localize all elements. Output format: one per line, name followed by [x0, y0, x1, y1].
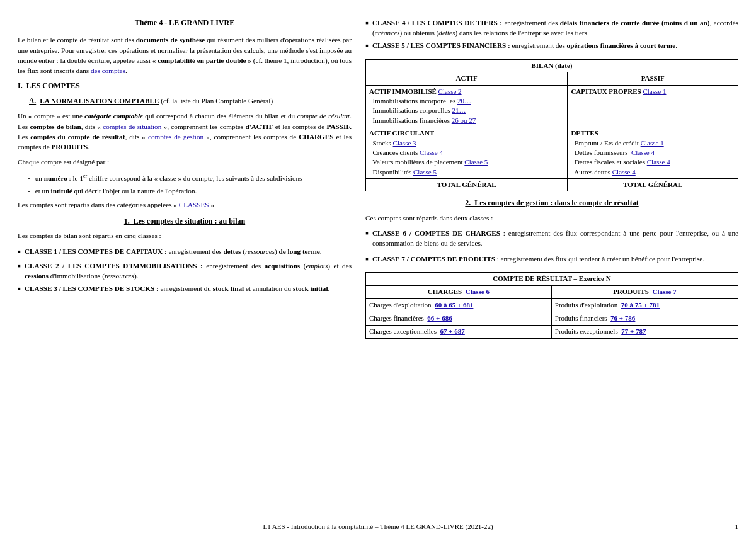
autres-dettes-row: Autres dettes Classe 4 — [571, 168, 635, 176]
situation-intro: Les comptes de bilan sont répartis en ci… — [18, 230, 352, 241]
classes-para: Les comptes sont répartis dans des catég… — [18, 200, 352, 210]
produits-class: Classe 7 — [652, 288, 676, 295]
classe5-text: CLASSE 5 / LES COMPTES FINANCIERS : enre… — [372, 40, 677, 52]
classe3-item: ▪ CLASSE 3 / LES COMPTES DE STOCKS : enr… — [18, 283, 352, 295]
comptes-gestion-link[interactable]: comptes de gestion — [148, 133, 203, 140]
classes-link[interactable]: CLASSES — [179, 201, 209, 208]
sub-a-desc: (cf. la liste du Plan Comptable Général) — [161, 97, 273, 105]
compte-para: Un « compte » est une catégorie comptabl… — [18, 111, 352, 152]
charges-fin-label: Charges financières — [369, 314, 424, 322]
classe1-text: CLASSE 1 / LES COMPTES DE CAPITAUX : enr… — [25, 246, 322, 258]
compte-designe-para: Chaque compte est désigné par : — [18, 157, 352, 167]
bullet-5: ▪ — [365, 40, 369, 52]
classe5-item: ▪ CLASSE 5 / LES COMPTES FINANCIERS : en… — [365, 40, 738, 52]
section-i-title: LES COMPTES — [26, 81, 80, 91]
charges-fin-cell: Charges financières 66 + 686 — [366, 312, 552, 325]
bilan-passif-header: PASSIF — [568, 72, 738, 85]
section2-heading: 2. Les comptes de gestion : dans le comp… — [365, 198, 738, 208]
intro-bold1: documents de synthèse — [136, 36, 205, 43]
content-area: Thème 4 - LE GRAND LIVRE Le bilan et le … — [0, 0, 756, 513]
sub-a-label: A. — [29, 96, 36, 106]
classe6-text: CLASSE 6 / COMPTES DE CHARGES : enregist… — [372, 228, 738, 248]
classe2-item: ▪ CLASSE 2 / LES COMPTES D'IMMOBILISATIO… — [18, 261, 352, 281]
produits-fin-num: 76 + 786 — [610, 314, 635, 322]
right-column: ▪ CLASSE 4 / LES COMPTES DE TIERS : enre… — [365, 18, 738, 513]
dispo-row: Disponibilités Classe 5 — [369, 168, 437, 176]
classe4-text: CLASSE 4 / LES COMPTES DE TIERS : enregi… — [372, 18, 738, 38]
footer: L1 AES - Introduction à la comptabilité … — [18, 520, 738, 530]
produits-header-cell: PRODUITS Classe 7 — [551, 285, 738, 298]
produits-excep-num: 77 + 787 — [621, 327, 646, 335]
classe2-text: CLASSE 2 / LES COMPTES D'IMMOBILISATIONS… — [25, 261, 352, 281]
section2-label: 2. Les comptes de gestion : dans le comp… — [465, 198, 638, 207]
passif-label: PASSIF. — [327, 123, 352, 130]
dettes-fisc-row: Dettes fiscales et sociales Classe 4 — [571, 158, 670, 166]
bullet-7: ▪ — [365, 253, 369, 266]
actif-immo-cell: ACTIF IMMOBILISÉ Classe 2 Immobilisation… — [366, 85, 568, 127]
total-passif: TOTAL GÉNÉRAL — [568, 179, 738, 191]
classe1-item: ▪ CLASSE 1 / LES COMPTES DE CAPITAUX : e… — [18, 246, 352, 258]
produits-exploit-label: Produits d'exploitation — [555, 301, 617, 309]
footer-text: L1 AES - Introduction à la comptabilité … — [263, 523, 493, 530]
comptes-situation-link[interactable]: comptes de situation — [103, 123, 161, 130]
capitaux-class: Classe 1 — [643, 88, 666, 95]
section1-label: 1. Les comptes de situation : au bilan — [124, 217, 245, 225]
cr-title: COMPTE DE RÉSULTAT – Exercice N — [366, 272, 738, 285]
immo-incorp: Immobilisations incorporelles 20… — [369, 97, 471, 105]
bilan-actif-header: ACTIF — [366, 72, 568, 85]
classe7-item: ▪ CLASSE 7 / COMPTES DE PRODUITS : enreg… — [365, 254, 738, 266]
dettes-label: DETTES — [571, 129, 598, 137]
produits-exploit-cell: Produits d'exploitation 70 à 75 + 781 — [551, 298, 738, 312]
immo-fin: Immobilisations financières 26 ou 27 — [369, 116, 476, 124]
dash-item-2: - et un intitulé qui décrit l'objet ou l… — [28, 186, 352, 196]
dash-item-1: - un numéro : le 1er chiffre correspond … — [28, 173, 352, 183]
comptes-bilan-label: comptes de bilan — [30, 123, 81, 130]
bullet-3: ▪ — [18, 283, 21, 295]
dettes-cell: DETTES Emprunt / Ets de crédit Classe 1 … — [568, 127, 738, 179]
sub-section-a: A. LA NORMALISATION COMPTABLE (cf. la li… — [29, 96, 352, 106]
capitaux-propres-cell: CAPITAUX PROPRES Classe 1 — [568, 85, 738, 127]
dettes-fourn-row: Dettes fournisseurs Classe 4 — [571, 149, 655, 156]
section-i-label: I. — [18, 81, 23, 91]
capitaux-propres-label: CAPITAUX PROPRES — [571, 88, 641, 95]
charges-label: CHARGES — [299, 133, 333, 140]
dash-2-text: et un intitulé qui décrit l'objet ou la … — [35, 186, 197, 196]
produits-fin-cell: Produits financiers 76 + 786 — [551, 312, 738, 325]
bullet-1: ▪ — [18, 246, 21, 258]
page-number: 1 — [735, 523, 739, 530]
des-comptes-link[interactable]: des comptes — [91, 67, 125, 74]
bullet-6: ▪ — [365, 227, 369, 248]
immo-corp: Immobilisations corporelles 21… — [369, 106, 466, 114]
emprunt-row: Emprunt / Ets de crédit Classe 1 — [571, 139, 663, 147]
total-actif: TOTAL GÉNÉRAL — [366, 179, 568, 191]
gestion-intro: Ces comptes sont répartis dans deux clas… — [365, 213, 738, 223]
classe3-text: CLASSE 3 / LES COMPTES DE STOCKS : enreg… — [25, 283, 329, 295]
produits-fin-label: Produits financiers — [555, 314, 607, 322]
compte-resultat-ref: compte de résultat — [297, 112, 350, 120]
compte-resultat-table: COMPTE DE RÉSULTAT – Exercice N CHARGES … — [365, 272, 738, 339]
produits-excep-label: Produits exceptionnels — [555, 327, 618, 335]
section-i: I. LES COMPTES — [18, 81, 352, 91]
charges-header-cell: CHARGES Classe 6 — [366, 285, 552, 298]
categorie-comptable: catégorie comptable — [84, 112, 143, 120]
creances-row: Créances clients Classe 4 — [369, 149, 443, 156]
charges-header: CHARGES — [428, 288, 462, 295]
valeurs-row: Valeurs mobilières de placement Classe 5 — [369, 158, 488, 166]
bullet-4: ▪ — [365, 17, 369, 38]
dash-2: - — [28, 186, 30, 196]
charges-exploit-num: 60 à 65 + 681 — [435, 301, 473, 309]
bullet-2: ▪ — [18, 260, 21, 281]
produits-label: PRODUITS — [51, 143, 88, 151]
stocks-row: Stocks Classe 3 — [369, 139, 416, 147]
charges-class: Classe 6 — [466, 288, 490, 295]
page: Thème 4 - LE GRAND LIVRE Le bilan et le … — [0, 0, 756, 534]
actif-label: d'ACTIF — [245, 123, 273, 130]
section1-heading: 1. Les comptes de situation : au bilan — [18, 216, 352, 227]
dash-1: - — [28, 173, 30, 183]
page-title: Thème 4 - LE GRAND LIVRE — [18, 18, 352, 28]
actif-circ-label: ACTIF CIRCULANT — [369, 129, 434, 137]
charges-exploit-label: Charges d'exploitation — [369, 301, 432, 309]
sub-a-text: LA NORMALISATION COMPTABLE (cf. la liste… — [40, 96, 273, 106]
actif-immo-label: ACTIF IMMOBILISÉ — [369, 88, 437, 95]
classe6-item: ▪ CLASSE 6 / COMPTES DE CHARGES : enregi… — [365, 228, 738, 248]
